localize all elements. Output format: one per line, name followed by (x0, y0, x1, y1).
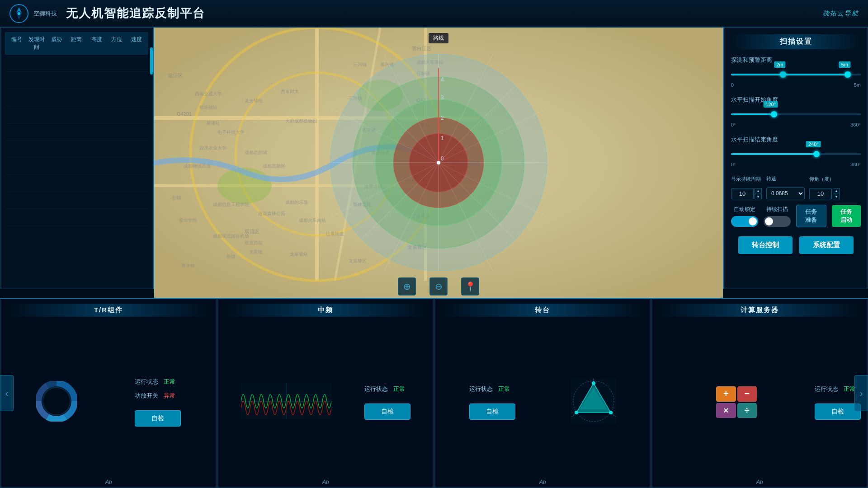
task-start-button[interactable]: 任务启动 (832, 205, 861, 227)
if-self-check-button[interactable]: 自检 (364, 404, 410, 420)
slider-thumb[interactable]: 5m (844, 71, 851, 78)
col-bearing: 方位 (107, 36, 127, 51)
horiz-end-max: 360° (850, 162, 861, 167)
slider-thumb[interactable]: 120° (771, 111, 777, 117)
calc-cross-icon: × (716, 403, 736, 418)
slider-track (731, 153, 861, 155)
if-panel-title: 中频 (224, 304, 427, 317)
col-dist: 距离 (66, 36, 86, 51)
tr-content: 运行状态 正常 功放开关 异常 自检 (7, 321, 210, 483)
task-ready-button[interactable]: 任务准备 (796, 205, 826, 227)
waveform-svg (241, 383, 331, 419)
table-row (5, 141, 148, 158)
tr-run-state-value: 正常 (164, 378, 175, 386)
continuous-scan-toggle[interactable] (764, 216, 791, 227)
svg-text:洛花森林公园: 洛花森林公园 (258, 211, 285, 216)
route-badge: 路线 (429, 33, 448, 43)
period-up[interactable]: ▲ (755, 188, 762, 193)
turntable-panel: 转台 运行状态 正常 自检 (434, 298, 651, 488)
elevation-stepper[interactable]: ▲ ▼ (833, 188, 840, 199)
tr-run-state-label: 运行状态 (135, 378, 158, 386)
tr-run-state-row: 运行状态 正常 (135, 378, 181, 386)
elevation-input-group: ▲ ▼ (809, 188, 840, 199)
svg-text:成都信息工程学院: 成都信息工程学院 (213, 202, 249, 207)
scan-settings-panel: 扫描设置 探测和预警距离 5m 2m 0 5m 水平扫描开始角度 (723, 27, 868, 289)
compute-run-state-label: 运行状态 (815, 385, 838, 393)
elevation-down[interactable]: ▼ (833, 194, 840, 199)
col-height: 高度 (87, 36, 107, 51)
slider-track (731, 113, 861, 115)
horiz-start-value: 120° (763, 101, 778, 108)
period-input[interactable] (731, 188, 754, 199)
horiz-start-slider[interactable]: 120° (731, 108, 861, 121)
company-name: 空御科技 (33, 9, 57, 18)
app-title: 无人机智能追踪反制平台 (66, 5, 205, 21)
elevation-input[interactable] (809, 188, 832, 199)
calc-plus-icon: + (716, 386, 736, 402)
continuous-scan-toggle-group: 持续扫描 (764, 206, 791, 227)
svg-text:成都高新区: 成都高新区 (263, 164, 285, 169)
svg-text:4: 4 (441, 76, 444, 83)
horiz-end-label: 水平扫描结束角度 (731, 136, 861, 144)
table-row (5, 106, 148, 123)
svg-text:青白江区: 青白江区 (412, 46, 432, 51)
radar-overlay: 0 1 2 3 4 (330, 54, 547, 271)
turntable-ctrl-button[interactable]: 转台控制 (738, 236, 793, 254)
range-min: 0 (731, 82, 734, 88)
slider-fill (731, 113, 774, 115)
tr-ati-label: Ati (105, 479, 112, 485)
bottom-row: ‹ T/R组件 (0, 298, 868, 488)
compute-self-check-button[interactable]: 自检 (815, 404, 861, 420)
tr-self-check-button[interactable]: 自检 (135, 410, 181, 427)
horiz-end-value: 240° (806, 141, 821, 147)
turntable-self-check-button[interactable]: 自检 (469, 404, 515, 420)
period-down[interactable]: ▼ (755, 194, 762, 199)
period-stepper[interactable]: ▲ ▼ (755, 188, 762, 199)
map-container[interactable]: G4201 G42 双流区 龙泉驿区 温江区 青白江区 成都火车东站 日新镇 义… (154, 27, 723, 298)
slider-thumb[interactable]: 240° (813, 151, 820, 157)
turntable-ati-label: Ati (539, 479, 546, 485)
turntable-status-area: 运行状态 正常 自检 (469, 385, 515, 420)
compute-content: + − × ÷ 运行状态 正常 自检 (658, 321, 861, 483)
elevation-up[interactable]: ▲ (833, 188, 840, 193)
scan-settings-title: 扫描设置 (731, 34, 861, 49)
zoom-in-button[interactable]: ⊕ (398, 277, 416, 296)
detection-range-ends: 0 5m (731, 82, 861, 88)
slider-fill (731, 153, 816, 155)
nav-next-button[interactable]: › (854, 375, 868, 411)
toggle-task-row: 自动锁定 持续扫描 任务准备 任务启动 (731, 205, 861, 227)
horiz-end-min: 0° (731, 162, 736, 167)
detection-range-mid-value: 2m (774, 61, 785, 68)
period-group: 显示持续周期 ▲ ▼ (731, 176, 762, 199)
svg-text:龙泉驿站: 龙泉驿站 (290, 252, 308, 257)
svg-text:成都火车南站: 成都火车南站 (299, 218, 326, 223)
svg-text:3: 3 (441, 94, 444, 101)
svg-text:0: 0 (441, 155, 444, 162)
horiz-start-min: 0° (731, 122, 736, 127)
location-button[interactable]: 📍 (461, 277, 479, 296)
continuous-scan-thumb (765, 217, 773, 225)
sys-config-button[interactable]: 系统配置 (799, 236, 854, 254)
tr-power-label: 功放开关 (135, 392, 158, 400)
horiz-end-slider[interactable]: 240° (731, 147, 861, 161)
if-content: 运行状态 正常 自检 (224, 321, 427, 483)
turntable-panel-title: 转台 (441, 304, 644, 317)
table-row (5, 72, 148, 89)
slider-thumb-mid[interactable]: 2m (780, 71, 786, 78)
detection-range-slider[interactable]: 5m 2m (731, 68, 861, 81)
horiz-start-ends: 0° 360° (731, 122, 861, 127)
waveform-area (241, 383, 331, 421)
table-row (5, 209, 148, 226)
speed-select[interactable]: 0.0685 0.1 0.2 (766, 188, 805, 199)
svg-text:四川农业大学: 四川农业大学 (199, 145, 226, 150)
table-row (5, 192, 148, 209)
continuous-scan-label: 持续扫描 (766, 206, 788, 213)
svg-text:成都的乐场: 成都的乐场 (285, 200, 308, 205)
auto-lock-toggle[interactable] (731, 216, 758, 227)
zoom-out-button[interactable]: ⊖ (429, 277, 448, 296)
svg-point-1 (18, 12, 20, 15)
svg-text:成都双流国际机场: 成都双流国际机场 (213, 234, 249, 239)
nav-prev-button[interactable]: ‹ (0, 375, 14, 411)
scrollbar[interactable] (150, 47, 153, 75)
svg-text:新镇: 新镇 (226, 254, 236, 259)
